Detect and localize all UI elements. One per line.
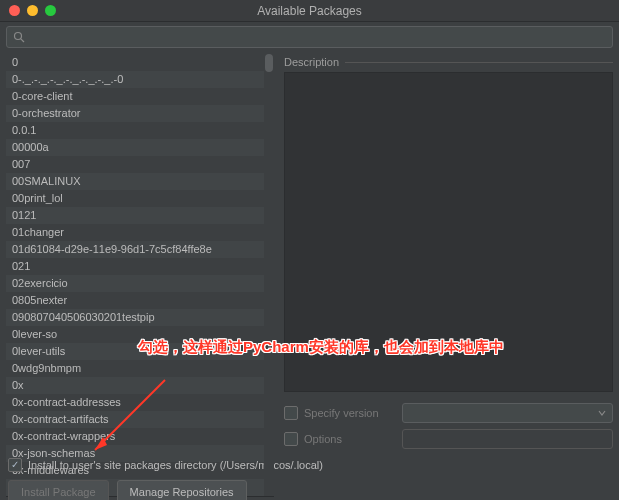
manage-repositories-button[interactable]: Manage Repositories bbox=[117, 480, 247, 500]
list-item[interactable]: 0wdg9nbmpm bbox=[6, 360, 264, 377]
zoom-window-button[interactable] bbox=[45, 5, 56, 16]
list-item[interactable]: 00000a bbox=[6, 139, 264, 156]
minimize-window-button[interactable] bbox=[27, 5, 38, 16]
options-label: Options bbox=[304, 433, 396, 445]
scrollbar-thumb[interactable] bbox=[265, 54, 273, 72]
install-user-site-label: Install to user's site packages director… bbox=[28, 459, 323, 471]
options-checkbox[interactable] bbox=[284, 432, 298, 446]
install-package-button[interactable]: Install Package bbox=[8, 480, 109, 500]
install-user-site-checkbox[interactable] bbox=[8, 458, 22, 472]
description-header: Description bbox=[284, 56, 613, 68]
search-bar[interactable] bbox=[6, 26, 613, 48]
list-item[interactable]: 0.0.1 bbox=[6, 122, 264, 139]
list-item[interactable]: 0-orchestrator bbox=[6, 105, 264, 122]
specify-version-label: Specify version bbox=[304, 407, 396, 419]
specify-version-checkbox[interactable] bbox=[284, 406, 298, 420]
options-input[interactable] bbox=[402, 429, 613, 449]
svg-point-0 bbox=[15, 33, 22, 40]
description-label: Description bbox=[284, 56, 339, 68]
list-item[interactable]: 0lever-so bbox=[6, 326, 264, 343]
list-item[interactable]: 00print_lol bbox=[6, 190, 264, 207]
list-item[interactable]: 090807040506030201testpip bbox=[6, 309, 264, 326]
list-item[interactable]: 01d61084-d29e-11e9-96d1-7c5cf84ffe8e bbox=[6, 241, 264, 258]
search-input[interactable] bbox=[29, 31, 606, 43]
svg-line-1 bbox=[21, 39, 24, 42]
list-item[interactable]: 0-._.-._.-._.-._.-._.-._.-0 bbox=[6, 71, 264, 88]
chevron-down-icon bbox=[598, 409, 606, 417]
list-item[interactable]: 0 bbox=[6, 54, 264, 71]
traffic-lights bbox=[0, 5, 56, 16]
list-item[interactable]: 0x-contract-addresses bbox=[6, 394, 264, 411]
list-item[interactable]: 0x-contract-wrappers bbox=[6, 428, 264, 445]
list-item[interactable]: 0805nexter bbox=[6, 292, 264, 309]
list-item[interactable]: 0x bbox=[6, 377, 264, 394]
install-user-site-row: Install to user's site packages director… bbox=[8, 458, 611, 472]
list-item[interactable]: 00SMALINUX bbox=[6, 173, 264, 190]
list-item[interactable]: 01changer bbox=[6, 224, 264, 241]
description-panel: Description Specify version Options bbox=[284, 54, 613, 452]
list-item[interactable]: 0-core-client bbox=[6, 88, 264, 105]
list-item[interactable]: 0x-contract-artifacts bbox=[6, 411, 264, 428]
list-item[interactable]: 021 bbox=[6, 258, 264, 275]
options-row: Options bbox=[284, 426, 613, 452]
list-item[interactable]: 0lever-utils bbox=[6, 343, 264, 360]
version-combo[interactable] bbox=[402, 403, 613, 423]
search-icon bbox=[13, 31, 25, 43]
specify-version-row: Specify version bbox=[284, 400, 613, 426]
package-list-panel: 00-._.-._.-._.-._.-._.-._.-00-core-clien… bbox=[6, 54, 274, 452]
scrollbar[interactable] bbox=[264, 54, 274, 496]
window-title: Available Packages bbox=[0, 4, 619, 18]
list-item[interactable]: 0121 bbox=[6, 207, 264, 224]
package-list[interactable]: 00-._.-._.-._.-._.-._.-._.-00-core-clien… bbox=[6, 54, 264, 496]
close-window-button[interactable] bbox=[9, 5, 20, 16]
description-box bbox=[284, 72, 613, 392]
list-item[interactable]: 007 bbox=[6, 156, 264, 173]
list-item[interactable]: 02exercicio bbox=[6, 275, 264, 292]
titlebar: Available Packages bbox=[0, 0, 619, 22]
